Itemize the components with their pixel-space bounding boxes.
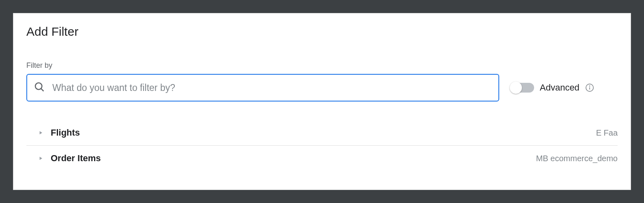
add-filter-modal: Add Filter Filter by Advanced	[13, 13, 631, 190]
svg-point-4	[589, 86, 590, 86]
svg-point-0	[35, 83, 42, 89]
chevron-right-icon	[38, 155, 43, 161]
toggle-knob	[510, 82, 522, 94]
list-item-left: Flights	[26, 127, 80, 138]
item-meta: E Faa	[596, 128, 618, 138]
search-icon	[34, 81, 45, 94]
filter-items-list: Flights E Faa Order Items MB ecommerce_d…	[26, 120, 618, 171]
filter-search-input[interactable]	[52, 75, 492, 101]
chevron-right-icon	[38, 130, 43, 136]
advanced-group: Advanced	[511, 82, 594, 93]
advanced-label: Advanced	[540, 82, 580, 93]
modal-title: Add Filter	[26, 25, 618, 39]
item-meta: MB ecommerce_demo	[536, 154, 618, 163]
filter-item-flights[interactable]: Flights E Faa	[26, 120, 618, 146]
filter-row: Advanced	[26, 74, 618, 102]
search-container[interactable]	[26, 74, 499, 102]
svg-line-1	[41, 89, 43, 91]
filter-item-order-items[interactable]: Order Items MB ecommerce_demo	[26, 146, 618, 171]
filter-by-label: Filter by	[26, 61, 618, 70]
item-name: Flights	[51, 127, 80, 138]
list-item-left: Order Items	[26, 153, 101, 164]
item-name: Order Items	[51, 153, 101, 164]
advanced-toggle[interactable]	[511, 83, 534, 93]
info-icon[interactable]	[585, 83, 594, 92]
